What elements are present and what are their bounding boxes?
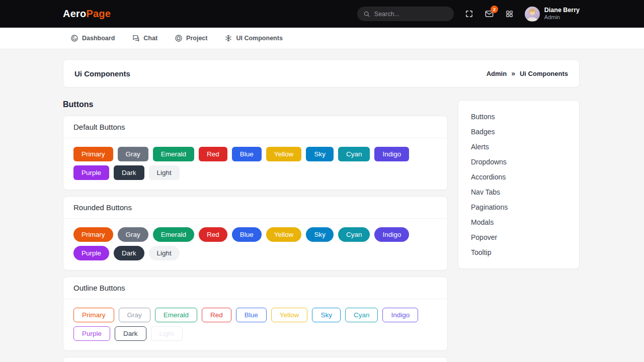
default-button-indigo[interactable]: Indigo — [374, 147, 409, 161]
fullscreen-icon — [465, 10, 473, 18]
outline-button-yellow[interactable]: Yellow — [271, 308, 308, 322]
project-icon — [175, 34, 183, 42]
default-button-dark[interactable]: Dark — [114, 165, 144, 180]
outline-button-dark[interactable]: Dark — [115, 326, 146, 341]
sidebar-item-popover[interactable]: Popover — [458, 230, 579, 245]
apps-grid-button[interactable] — [505, 10, 514, 18]
snowflake-icon — [224, 34, 232, 42]
default-button-sky[interactable]: Sky — [306, 147, 334, 161]
default-buttons-card: Default Buttons PrimaryGrayEmeraldRedBlu… — [63, 116, 448, 190]
default-button-purple[interactable]: Purple — [73, 165, 109, 180]
outline-button-blue[interactable]: Blue — [236, 308, 267, 322]
rounded-button-indigo[interactable]: Indigo — [374, 227, 409, 242]
next-card-partial — [63, 357, 448, 362]
rounded-button-primary[interactable]: Primary — [73, 227, 113, 242]
app-header: AeroPage 2 — [0, 0, 644, 28]
outline-buttons-card: Outline Buttons PrimaryGrayEmeraldRedBlu… — [63, 277, 448, 351]
chat-icon — [132, 34, 140, 42]
rounded-button-blue[interactable]: Blue — [232, 227, 262, 242]
messages-button[interactable]: 2 — [485, 9, 494, 19]
default-button-primary[interactable]: Primary — [73, 147, 113, 161]
outline-buttons-group: PrimaryGrayEmeraldRedBlueYellowSkyCyanIn… — [63, 299, 447, 350]
card-title: Rounded Buttons — [63, 197, 447, 219]
nav-label: UI Components — [236, 35, 282, 42]
sidebar-item-accordions[interactable]: Accordions — [458, 169, 579, 185]
sidebar-item-dropdowns[interactable]: Dropdowns — [458, 154, 579, 169]
nav-label: Chat — [143, 35, 157, 42]
outline-button-red[interactable]: Red — [202, 308, 231, 322]
user-name: Diane Berry — [544, 7, 580, 15]
card-title: Default Buttons — [63, 116, 447, 138]
user-role: Admin — [544, 14, 580, 21]
search-input[interactable] — [374, 11, 448, 18]
nav-label: Dashboard — [82, 35, 115, 42]
outline-button-cyan[interactable]: Cyan — [345, 308, 378, 322]
breadcrumb-current: Ui Components — [520, 70, 568, 77]
page-content: Ui Components Admin » Ui Components Butt… — [0, 49, 644, 362]
outline-button-purple[interactable]: Purple — [73, 326, 110, 341]
fullscreen-button[interactable] — [465, 10, 473, 18]
outline-button-sky[interactable]: Sky — [312, 308, 341, 322]
rounded-button-sky[interactable]: Sky — [306, 227, 334, 242]
rounded-button-emerald[interactable]: Emerald — [153, 227, 194, 242]
rounded-button-cyan[interactable]: Cyan — [338, 227, 370, 242]
section-title-buttons: Buttons — [63, 100, 448, 109]
main-column: Buttons Default Buttons PrimaryGrayEmera… — [63, 100, 448, 362]
logo-text-page: Page — [86, 8, 111, 19]
rounded-button-purple[interactable]: Purple — [73, 246, 109, 260]
sidebar-item-alerts[interactable]: Alerts — [458, 139, 579, 154]
card-title: Outline Buttons — [63, 277, 447, 299]
sidebar-item-modals[interactable]: Modals — [458, 215, 579, 230]
grid-icon — [505, 10, 514, 18]
rounded-button-yellow[interactable]: Yellow — [266, 227, 302, 242]
default-button-blue[interactable]: Blue — [232, 147, 262, 161]
sidebar-item-paginations[interactable]: Paginations — [458, 200, 579, 215]
search-bar[interactable] — [357, 7, 454, 21]
app-logo[interactable]: AeroPage — [63, 8, 111, 20]
nav-item-dashboard[interactable]: Dashboard — [70, 34, 115, 42]
rounded-button-red[interactable]: Red — [199, 227, 227, 242]
nav-item-ui-components[interactable]: UI Components — [224, 34, 282, 42]
user-meta: Diane Berry Admin — [544, 7, 580, 21]
rounded-buttons-group: PrimaryGrayEmeraldRedBlueYellowSkyCyanIn… — [63, 219, 447, 270]
nav-item-project[interactable]: Project — [175, 34, 207, 42]
rounded-button-light[interactable]: Light — [149, 246, 180, 260]
default-button-gray[interactable]: Gray — [118, 147, 148, 161]
default-button-yellow[interactable]: Yellow — [266, 147, 302, 161]
logo-text-aero: Aero — [63, 8, 86, 19]
sidebar-item-badges[interactable]: Badges — [458, 124, 579, 139]
default-buttons-group: PrimaryGrayEmeraldRedBlueYellowSkyCyanIn… — [63, 138, 447, 190]
outline-button-indigo[interactable]: Indigo — [382, 308, 418, 322]
page-title: Ui Components — [74, 69, 130, 78]
components-sidebar: ButtonsBadgesAlertsDropdownsAccordionsNa… — [458, 100, 580, 269]
outline-button-gray[interactable]: Gray — [119, 308, 150, 322]
page-header-card: Ui Components Admin » Ui Components — [63, 59, 580, 87]
default-button-red[interactable]: Red — [199, 147, 227, 161]
breadcrumb-separator-icon: » — [511, 69, 515, 77]
dashboard-icon — [70, 34, 78, 42]
outline-button-emerald[interactable]: Emerald — [155, 308, 197, 322]
header-icon-group: 2 — [465, 9, 514, 19]
nav-label: Project — [186, 35, 207, 42]
breadcrumb: Admin » Ui Components — [487, 69, 568, 77]
default-button-cyan[interactable]: Cyan — [338, 147, 370, 161]
user-menu[interactable]: Diane Berry Admin — [525, 7, 580, 22]
nav-item-chat[interactable]: Chat — [132, 34, 157, 42]
messages-count-badge: 2 — [491, 6, 498, 13]
default-button-light[interactable]: Light — [149, 165, 180, 180]
rounded-buttons-card: Rounded Buttons PrimaryGrayEmeraldRedBlu… — [63, 196, 448, 270]
sidebar-item-buttons[interactable]: Buttons — [458, 109, 579, 124]
default-button-emerald[interactable]: Emerald — [153, 147, 194, 161]
avatar — [525, 7, 540, 22]
rounded-button-gray[interactable]: Gray — [118, 227, 148, 242]
sidebar-item-tooltip[interactable]: Tooltip — [458, 245, 579, 260]
breadcrumb-root[interactable]: Admin — [487, 70, 507, 77]
outline-button-primary[interactable]: Primary — [73, 308, 114, 322]
rounded-button-dark[interactable]: Dark — [114, 246, 144, 260]
sidebar-item-nav-tabs[interactable]: Nav Tabs — [458, 185, 579, 200]
search-icon — [363, 11, 370, 18]
main-navbar: Dashboard Chat Project UI Components — [0, 28, 644, 49]
outline-button-light[interactable]: Light — [151, 326, 183, 341]
